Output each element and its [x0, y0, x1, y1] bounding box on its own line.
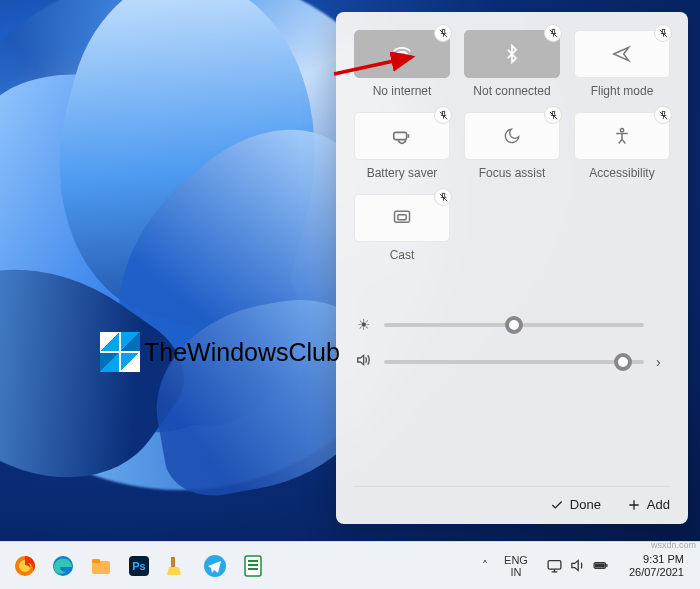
tile-accessibility-wrap: Accessibility — [574, 112, 670, 180]
lang-top: ENG — [504, 554, 528, 566]
cast-icon — [392, 208, 412, 228]
bluetooth-icon — [502, 44, 522, 64]
svg-rect-15 — [248, 560, 258, 562]
taskbar-edge-icon[interactable] — [46, 549, 80, 583]
svg-text:Ps: Ps — [132, 560, 145, 572]
focus-tile-label: Focus assist — [479, 166, 546, 180]
tray-volume-icon — [569, 557, 586, 574]
tile-focus-wrap: Focus assist — [464, 112, 560, 180]
svg-point-2 — [620, 129, 623, 132]
clock-time: 9:31 PM — [629, 553, 684, 566]
svg-rect-16 — [248, 564, 258, 566]
desktop-wallpaper: TheWindowsClub No internet Not connected — [0, 0, 700, 541]
svg-rect-17 — [248, 568, 258, 570]
taskbar-clock[interactable]: 9:31 PM 26/07/2021 — [621, 551, 692, 581]
flight-tile-label: Flight mode — [591, 84, 654, 98]
unpin-flight-button[interactable] — [654, 24, 672, 42]
unpin-cast-button[interactable] — [434, 188, 452, 206]
brightness-icon: ☀ — [354, 316, 372, 334]
watermark-logo-icon — [100, 332, 140, 372]
lang-bot: IN — [504, 566, 528, 578]
add-button[interactable]: Add — [627, 497, 670, 512]
clock-date: 26/07/2021 — [629, 566, 684, 579]
brightness-thumb[interactable] — [505, 316, 523, 334]
taskbar-cleaner-icon[interactable] — [160, 549, 194, 583]
battery-saver-icon — [391, 125, 413, 147]
taskbar-firefox-icon[interactable] — [8, 549, 42, 583]
svg-rect-9 — [92, 559, 100, 563]
tile-flight-wrap: Flight mode — [574, 30, 670, 98]
tile-cast-wrap: Cast — [354, 194, 450, 262]
volume-thumb[interactable] — [614, 353, 632, 371]
svg-rect-20 — [595, 564, 604, 567]
bluetooth-tile-label: Not connected — [473, 84, 550, 98]
wifi-tile-label: No internet — [373, 84, 432, 98]
svg-rect-18 — [548, 561, 561, 570]
taskbar: Ps ˄ ENG IN 9:31 PM 26/07/2021 — [0, 541, 700, 589]
svg-rect-12 — [171, 557, 175, 567]
taskbar-photoshop-icon[interactable]: Ps — [122, 549, 156, 583]
plus-icon — [627, 498, 641, 512]
volume-slider[interactable] — [384, 360, 644, 364]
annotation-arrow — [330, 52, 420, 78]
watermark-text: TheWindowsClub — [144, 338, 340, 367]
done-label: Done — [570, 497, 601, 512]
unpin-wifi-button[interactable] — [434, 24, 452, 42]
tile-battery-saver-wrap: Battery saver — [354, 112, 450, 180]
unpin-battery-saver-button[interactable] — [434, 106, 452, 124]
done-button[interactable]: Done — [550, 497, 601, 512]
volume-expand-button[interactable]: › — [656, 354, 670, 370]
tray-network-icon — [546, 557, 563, 574]
tray-battery-icon — [592, 557, 609, 574]
volume-slider-row: › — [354, 352, 670, 371]
add-label: Add — [647, 497, 670, 512]
svg-rect-1 — [394, 132, 407, 139]
quick-settings-panel: No internet Not connected Flight mode — [336, 12, 688, 524]
system-tray-button[interactable] — [540, 553, 615, 578]
taskbar-libreoffice-icon[interactable] — [236, 549, 270, 583]
moon-icon — [503, 127, 521, 145]
watermark: TheWindowsClub — [100, 332, 340, 372]
battery-saver-tile-label: Battery saver — [367, 166, 438, 180]
accessibility-icon — [612, 126, 632, 146]
unpin-accessibility-button[interactable] — [654, 106, 672, 124]
svg-rect-3 — [395, 211, 410, 222]
tray-overflow-button[interactable]: ˄ — [478, 555, 492, 577]
cast-tile-label: Cast — [390, 248, 415, 262]
svg-rect-4 — [398, 215, 406, 220]
accessibility-tile-label: Accessibility — [589, 166, 654, 180]
taskbar-files-icon[interactable] — [84, 549, 118, 583]
brightness-slider-row: ☀ — [354, 316, 670, 334]
quick-settings-footer: Done Add — [354, 486, 670, 512]
tile-bluetooth-wrap: Not connected — [464, 30, 560, 98]
volume-icon — [354, 352, 372, 371]
language-indicator[interactable]: ENG IN — [498, 552, 534, 580]
airplane-icon — [612, 44, 632, 64]
unpin-focus-button[interactable] — [544, 106, 562, 124]
check-icon — [550, 498, 564, 512]
taskbar-telegram-icon[interactable] — [198, 549, 232, 583]
brightness-slider[interactable] — [384, 323, 644, 327]
unpin-bluetooth-button[interactable] — [544, 24, 562, 42]
